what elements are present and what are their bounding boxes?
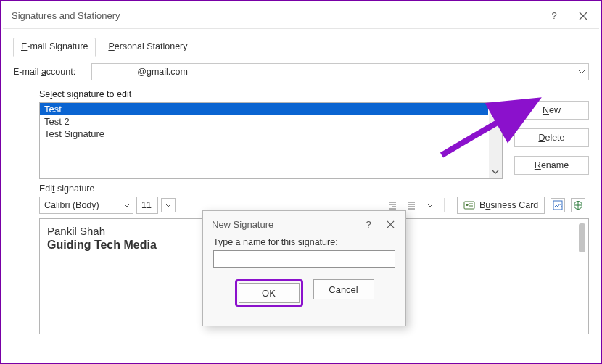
title-bar: Signatures and Stationery ?: [3, 3, 599, 29]
scroll-down-icon[interactable]: [489, 165, 502, 178]
email-account-label: E-mail account:: [13, 67, 86, 77]
signature-item[interactable]: Test: [40, 103, 488, 115]
dialog-prompt: Type a name for this signature:: [213, 237, 395, 247]
email-account-value: @gmail.com: [137, 67, 188, 77]
window-title: Signatures and Stationery: [12, 10, 120, 21]
font-select[interactable]: Calibri (Body): [39, 197, 133, 214]
help-icon[interactable]: ?: [358, 213, 379, 235]
rename-button[interactable]: Rename: [514, 156, 589, 175]
business-card-button[interactable]: Business Card: [457, 197, 545, 214]
close-icon[interactable]: [569, 3, 598, 29]
close-icon[interactable]: [379, 213, 401, 235]
tab-email-signature[interactable]: E-mail Signature: [13, 38, 96, 57]
tab-strip: E-mail Signature Personal Stationery: [3, 29, 599, 57]
chevron-down-icon[interactable]: [574, 64, 588, 80]
new-signature-dialog: New Signature ? Type a name for this sig…: [202, 210, 406, 326]
email-account-select[interactable]: xxxxxxxxx @gmail.com: [91, 63, 589, 80]
scrollbar[interactable]: [579, 223, 585, 252]
business-card-icon: [463, 200, 475, 210]
edit-signature-label: Edit signature: [3, 179, 599, 195]
chevron-down-icon[interactable]: [161, 198, 176, 212]
ok-button[interactable]: OK: [239, 283, 300, 303]
font-size-select[interactable]: 11: [136, 197, 158, 214]
chevron-down-icon[interactable]: [120, 197, 133, 213]
new-button[interactable]: New: [514, 101, 589, 120]
svg-rect-0: [464, 202, 474, 209]
tab-personal-stationery[interactable]: Personal Stationery: [100, 38, 195, 57]
chevron-down-icon[interactable]: [422, 197, 438, 213]
cancel-button[interactable]: Cancel: [313, 279, 374, 299]
signature-item[interactable]: Test 2: [40, 115, 488, 128]
dialog-title: New Signature: [212, 219, 273, 230]
svg-point-1: [466, 204, 468, 206]
picture-icon[interactable]: [551, 198, 565, 212]
help-icon[interactable]: ?: [540, 3, 569, 29]
signature-item[interactable]: Test Signature: [40, 128, 488, 140]
signature-name-input[interactable]: [213, 250, 395, 268]
signature-list-label: Select signature to edit: [39, 89, 503, 99]
signature-list[interactable]: Test Test 2 Test Signature: [39, 102, 503, 179]
delete-button[interactable]: Delete: [514, 128, 589, 147]
scroll-up-icon[interactable]: [489, 103, 502, 116]
globe-link-icon[interactable]: [571, 198, 585, 212]
